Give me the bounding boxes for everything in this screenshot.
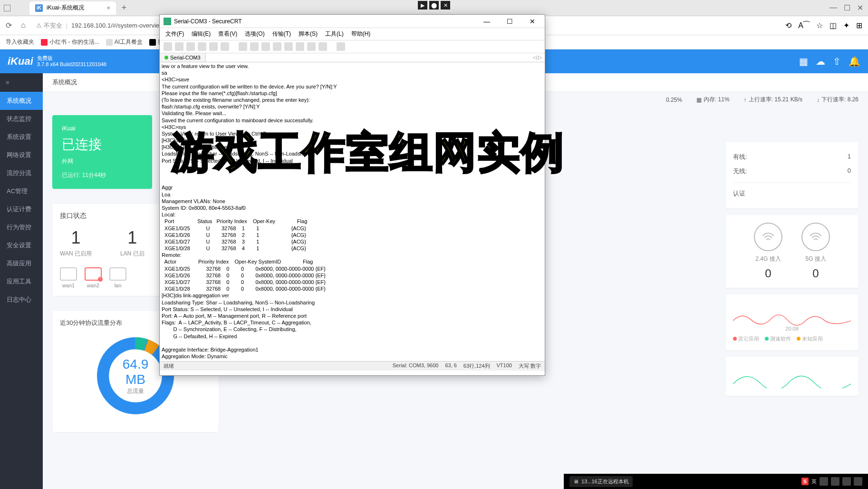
crt-menu-edit[interactable]: 编辑(E)	[189, 29, 213, 39]
crt-menu-view[interactable]: 查看(V)	[215, 29, 240, 39]
crt-tool-icon[interactable]	[164, 42, 172, 51]
recording-controls: ▶ ⬤ ✕	[418, 1, 450, 10]
read-aloud-icon[interactable]: A⁀	[798, 21, 810, 30]
sidebar-toggle-icon[interactable]: ≡	[0, 73, 43, 92]
crt-close-icon[interactable]: ✕	[524, 16, 541, 27]
window-close-icon[interactable]: ✕	[857, 3, 863, 12]
stat-mem: ▦ 内存: 11%	[696, 96, 730, 104]
bell-icon[interactable]: 🔔	[849, 56, 860, 67]
crt-tab-prev-icon[interactable]: ◁	[533, 54, 537, 60]
sidebar-item-logs[interactable]: 日志中心	[0, 291, 43, 309]
sidebar-item-advanced[interactable]: 高级应用	[0, 254, 43, 273]
record-icon[interactable]: ⬤	[429, 1, 439, 10]
bookmark-ai[interactable]: AI工具餐盒	[106, 38, 143, 46]
sparkline-1	[733, 302, 851, 326]
stop-icon[interactable]: ✕	[441, 1, 450, 10]
crt-menu-file[interactable]: 文件(F)	[163, 29, 187, 39]
crt-tab-status-icon	[164, 56, 168, 59]
crt-status-size: 63行,124列	[463, 362, 490, 370]
crt-maximize-icon[interactable]: ☐	[501, 16, 518, 27]
stat-down: ↓ 下行速率: 8.26	[817, 96, 858, 104]
crt-app-icon	[164, 18, 171, 25]
sidebar-item-tools[interactable]: 应用工具	[0, 273, 43, 291]
sidebar-item-ac[interactable]: AC管理	[0, 182, 43, 200]
remote-icon: 🖥	[573, 479, 579, 484]
crt-menu-transfer[interactable]: 传输(T)	[270, 29, 294, 39]
port-wan2[interactable]: !wan2	[85, 267, 102, 288]
crt-menu-options[interactable]: 选项(O)	[242, 29, 267, 39]
crt-tab-next-icon[interactable]: ▷	[538, 54, 542, 60]
crt-tool-icon[interactable]	[239, 42, 247, 51]
security-warning-icon: ⚠ 不安全	[36, 21, 62, 30]
home-icon[interactable]: ⌂	[21, 21, 30, 30]
sidebar-item-system[interactable]: 系统设置	[0, 128, 43, 146]
crt-menu-tools[interactable]: 工具(L)	[322, 29, 347, 39]
ime-lang[interactable]: 英	[811, 478, 817, 485]
legend-speedtest: 测速软件	[770, 336, 791, 342]
port-lan[interactable]: lan	[109, 267, 126, 288]
browser-tab[interactable]: iK iKuai-系统概况 ×	[29, 1, 116, 15]
sidebar-item-security[interactable]: 安全设置	[0, 236, 43, 254]
window-maximize-icon[interactable]: ☐	[844, 3, 850, 12]
app-logo: iKuai	[8, 55, 33, 68]
sidebar-item-flow[interactable]: 流控分流	[0, 164, 43, 182]
ime-indicator[interactable]: S	[801, 478, 809, 485]
wired-value: 1	[848, 153, 851, 161]
crt-tool-icon[interactable]	[198, 42, 206, 51]
crt-tool-icon[interactable]	[307, 42, 316, 51]
taskbar-item[interactable]: 🖥 13...16正在远程本机	[569, 476, 633, 487]
favorite-icon[interactable]: ☆	[816, 21, 823, 30]
new-tab-button[interactable]: +	[122, 3, 127, 13]
tray-icon[interactable]	[831, 477, 839, 486]
collections-icon[interactable]: ✦	[843, 21, 849, 30]
crt-tool-icon[interactable]	[175, 42, 183, 51]
crt-menu-script[interactable]: 脚本(S)	[296, 29, 320, 39]
crt-tool-icon[interactable]	[318, 42, 327, 51]
crt-menu-help[interactable]: 帮助(H)	[348, 29, 374, 39]
spark-time: 20:08	[733, 326, 851, 332]
split-icon[interactable]: ◫	[829, 21, 837, 30]
reload-icon[interactable]: ⟳	[6, 21, 15, 30]
wifi-24g-icon	[754, 223, 782, 251]
crt-minimize-icon[interactable]: —	[478, 16, 495, 27]
conn-status: 已连接	[62, 136, 143, 154]
wifi-24g-count: 0	[754, 267, 782, 280]
play-icon[interactable]: ▶	[418, 1, 427, 10]
crt-tool-icon[interactable]	[296, 42, 304, 51]
apps-icon[interactable]: ▦	[799, 56, 808, 67]
bookmark-xhs[interactable]: 小红书 - 你的生活...	[41, 38, 99, 46]
crt-tool-icon[interactable]	[337, 42, 345, 51]
upgrade-icon[interactable]: ⇧	[833, 56, 841, 67]
sync-icon[interactable]: ⟲	[785, 21, 791, 30]
tab-close-icon[interactable]: ×	[107, 5, 110, 11]
wan-count: 1	[60, 228, 92, 248]
sidebar-item-behavior[interactable]: 行为管控	[0, 218, 43, 236]
crt-titlebar[interactable]: Serial-COM3 - SecureCRT — ☐ ✕	[160, 15, 545, 28]
crt-tool-icon[interactable]	[273, 42, 281, 51]
crt-tab[interactable]: Serial-COM3	[160, 53, 206, 62]
tray-icon[interactable]	[820, 477, 828, 486]
sidebar-item-auth[interactable]: 认证计费	[0, 200, 43, 218]
tray-icon[interactable]	[842, 477, 851, 486]
crt-tool-icon[interactable]	[250, 42, 259, 51]
window-menu-icon[interactable]	[4, 5, 10, 11]
sidebar-item-overview[interactable]: 系统概况	[0, 92, 43, 110]
version-tier: 免费版	[37, 55, 106, 61]
extensions-icon[interactable]: ⊞	[856, 21, 862, 30]
port-wan1[interactable]: wan1	[60, 267, 77, 288]
bookmark-import[interactable]: 导入收藏夹	[6, 38, 34, 46]
crt-tool-icon[interactable]	[209, 42, 218, 51]
crt-tool-icon[interactable]	[221, 42, 229, 51]
url-text: 192.168.100.1/#/system-overview	[71, 22, 164, 29]
crt-tool-icon[interactable]	[186, 42, 195, 51]
cloud-icon[interactable]: ☁	[816, 56, 825, 67]
crt-terminal[interactable]: iew or a feature view to the user view. …	[160, 62, 545, 361]
sidebar-item-network[interactable]: 网络设置	[0, 146, 43, 164]
wifi-5g-count: 0	[801, 267, 830, 280]
crt-tool-icon[interactable]	[261, 42, 270, 51]
wireless-value: 0	[848, 167, 851, 176]
tray-icon[interactable]	[854, 477, 862, 486]
window-minimize-icon[interactable]: —	[829, 3, 837, 12]
crt-tool-icon[interactable]	[284, 42, 293, 51]
sidebar-item-monitor[interactable]: 状态监控	[0, 110, 43, 128]
